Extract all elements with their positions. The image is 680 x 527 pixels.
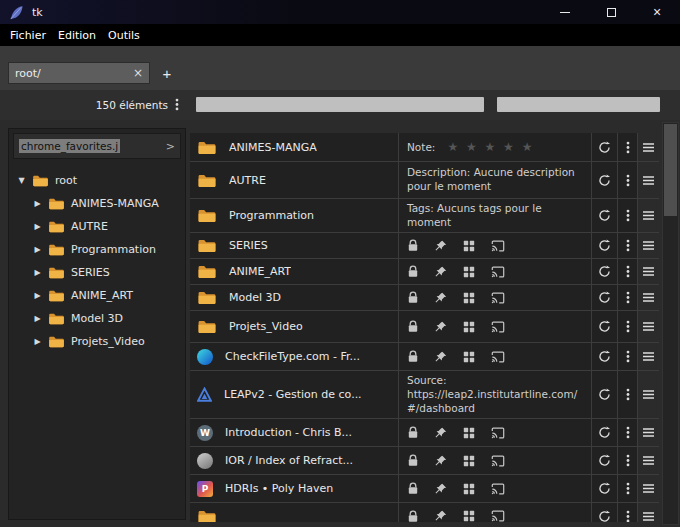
more-options-button[interactable] [617,475,637,502]
cast-icon[interactable] [491,351,505,363]
more-options-button[interactable] [617,419,637,446]
grid-icon[interactable] [463,483,475,495]
list-item[interactable]: CheckFileType.com - Fr... [190,343,659,371]
refresh-button[interactable] [592,503,617,522]
expander-closed-icon[interactable]: ▶ [33,314,42,323]
pin-icon[interactable] [435,321,447,333]
expander-closed-icon[interactable]: ▶ [33,291,42,300]
cast-icon[interactable] [491,510,505,522]
menu-button[interactable] [637,311,659,342]
refresh-button[interactable] [592,233,617,258]
refresh-button[interactable] [592,371,617,418]
refresh-button[interactable] [592,259,617,284]
lock-icon[interactable] [407,239,419,252]
cast-icon[interactable] [491,266,505,278]
grid-icon[interactable] [463,427,475,439]
pin-icon[interactable] [435,266,447,278]
expander-closed-icon[interactable]: ▶ [33,337,42,346]
lock-icon[interactable] [407,320,419,333]
menu-edition[interactable]: Edition [52,29,102,42]
menu-button[interactable] [637,343,659,370]
cast-icon[interactable] [491,321,505,333]
star-rating[interactable]: ★ ★ ★ ★ ★ [447,140,534,154]
tree-item-projets-video[interactable]: ▶ Projets_Video [9,330,185,353]
expander-closed-icon[interactable]: ▶ [33,222,42,231]
menu-button[interactable] [637,371,659,418]
pin-icon[interactable] [435,240,447,252]
lock-icon[interactable] [407,426,419,439]
menu-button[interactable] [637,475,659,502]
more-options-button[interactable] [617,285,637,310]
lock-icon[interactable] [407,482,419,495]
expander-closed-icon[interactable]: ▶ [33,245,42,254]
more-options-button[interactable] [617,371,637,418]
menu-button[interactable] [637,447,659,474]
list-item[interactable] [190,503,659,522]
lock-icon[interactable] [407,291,419,304]
list-item[interactable]: SERIES [190,233,659,259]
more-options-button[interactable] [617,503,637,522]
expand-arrow-icon[interactable]: > [166,140,175,153]
add-tab-button[interactable]: + [156,62,178,84]
lock-icon[interactable] [407,350,419,363]
refresh-button[interactable] [592,475,617,502]
menu-button[interactable] [637,133,659,161]
list-item[interactable]: IOR / Index of Refract... [190,447,659,475]
expander-closed-icon[interactable]: ▶ [33,199,42,208]
refresh-button[interactable] [592,162,617,198]
refresh-button[interactable] [592,199,617,232]
refresh-button[interactable] [592,419,617,446]
scrollbar-thumb[interactable] [664,124,677,216]
cast-icon[interactable] [491,240,505,252]
lock-icon[interactable] [407,265,419,278]
lock-icon[interactable] [407,510,419,522]
pin-icon[interactable] [435,483,447,495]
list-item[interactable]: AUTRE Description: Aucune description po… [190,162,659,199]
tree-item-root[interactable]: ▼ root [9,169,185,192]
menu-button[interactable] [637,162,659,198]
minimize-button[interactable] [542,0,588,24]
menu-button[interactable] [637,285,659,310]
menu-button[interactable] [637,503,659,522]
more-options-button[interactable] [617,259,637,284]
tree-item-model-3d[interactable]: ▶ Model 3D [9,307,185,330]
list-item[interactable]: LEAPv2 - Gestion de co... Source: https:… [190,371,659,419]
grid-icon[interactable] [463,510,475,522]
refresh-button[interactable] [592,285,617,310]
menu-button[interactable] [637,199,659,232]
expander-closed-icon[interactable]: ▶ [33,268,42,277]
cast-icon[interactable] [491,483,505,495]
refresh-button[interactable] [592,311,617,342]
file-input[interactable]: chrome_favorites.j > [13,133,181,159]
clear-path-icon[interactable]: × [133,66,143,80]
menu-button[interactable] [637,259,659,284]
pin-icon[interactable] [435,427,447,439]
count-options-icon[interactable] [175,98,179,111]
grid-icon[interactable] [463,455,475,467]
list-item[interactable]: Projets_Video [190,311,659,343]
refresh-button[interactable] [592,447,617,474]
cast-icon[interactable] [491,427,505,439]
more-options-button[interactable] [617,133,637,161]
refresh-button[interactable] [592,343,617,370]
grid-icon[interactable] [463,321,475,333]
cast-icon[interactable] [491,292,505,304]
list-item[interactable]: ANIMES-MANGA Note: ★ ★ ★ ★ ★ [190,133,659,162]
pin-icon[interactable] [435,510,447,522]
refresh-button[interactable] [592,133,617,161]
grid-icon[interactable] [463,351,475,363]
list-item[interactable]: Programmation Tags: Aucuns tags pour le … [190,199,659,233]
grid-icon[interactable] [463,292,475,304]
list-item[interactable]: W Introduction - Chris B... [190,419,659,447]
more-options-button[interactable] [617,162,637,198]
tree-item-animes-manga[interactable]: ▶ ANIMES-MANGA [9,192,185,215]
more-options-button[interactable] [617,311,637,342]
more-options-button[interactable] [617,447,637,474]
maximize-button[interactable] [588,0,634,24]
pin-icon[interactable] [435,351,447,363]
expander-open-icon[interactable]: ▼ [17,176,26,185]
pin-icon[interactable] [435,292,447,304]
cast-icon[interactable] [491,455,505,467]
vertical-scrollbar[interactable] [662,122,679,525]
list-item[interactable]: ANIME_ART [190,259,659,285]
